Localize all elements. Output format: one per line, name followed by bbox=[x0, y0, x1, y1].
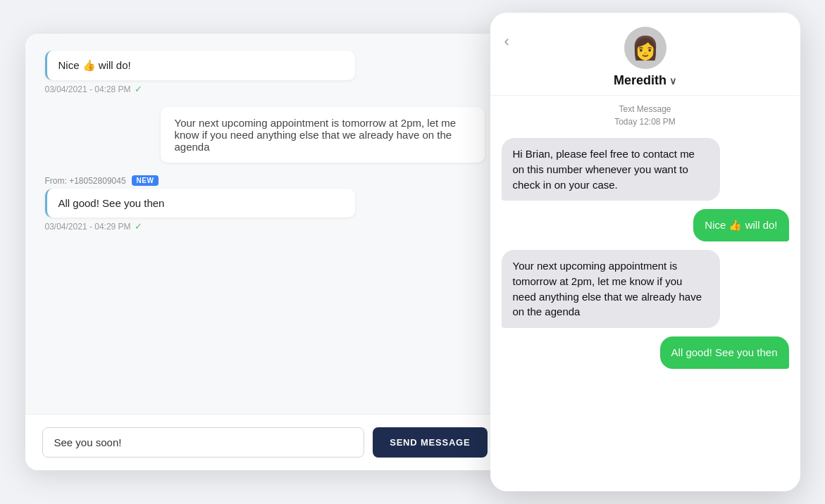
avatar: 👩 bbox=[624, 27, 666, 69]
desktop-message-list: Nice 👍 will do! 03/04/2021 - 04:28 PM ✓ … bbox=[25, 34, 504, 414]
incoming-bubble: Nice 👍 will do! bbox=[45, 51, 355, 80]
outgoing-bubble: Your next upcoming appointment is tomorr… bbox=[161, 107, 485, 163]
mobile-chat-panel: ‹ 👩 Meredith ∨ Text Message Today 12:08 … bbox=[490, 13, 800, 491]
read-checkmark: ✓ bbox=[135, 84, 142, 94]
message-text: Nice 👍 will do! bbox=[58, 59, 131, 71]
message-meta: 03/04/2021 - 04:28 PM ✓ bbox=[45, 84, 485, 94]
message-text: Hi Brian, please feel free to contact me… bbox=[513, 148, 695, 191]
message-text: Your next upcoming appointment is tomorr… bbox=[175, 117, 457, 153]
message-timestamp: 03/04/2021 - 04:28 PM bbox=[45, 84, 131, 94]
message-input[interactable] bbox=[42, 427, 365, 458]
send-button-label: SEND MESSAGE bbox=[390, 437, 470, 448]
list-item: Nice 👍 will do! bbox=[693, 209, 788, 241]
message-text: Your next upcoming appointment is tomorr… bbox=[513, 260, 702, 317]
message-timestamp: 03/04/2021 - 04:29 PM bbox=[45, 222, 131, 232]
message-text: All good! See you then bbox=[58, 197, 165, 209]
from-label: From: +18052809045 NEW bbox=[45, 175, 485, 186]
list-item: Your next upcoming appointment is tomorr… bbox=[502, 250, 720, 328]
list-item: Hi Brian, please feel free to contact me… bbox=[502, 138, 720, 201]
incoming-bubble: All good! See you then bbox=[45, 189, 355, 218]
contact-name-text: Meredith bbox=[614, 73, 666, 88]
message-text: All good! See you then bbox=[671, 346, 778, 358]
message-text: Nice 👍 will do! bbox=[705, 219, 777, 231]
send-message-button[interactable]: SEND MESSAGE bbox=[373, 427, 487, 458]
avatar-emoji: 👩 bbox=[631, 34, 659, 61]
from-number: From: +18052809045 bbox=[45, 176, 126, 186]
channel-name: Text Message bbox=[490, 103, 800, 115]
message-time: Today 12:08 PM bbox=[490, 115, 800, 128]
mobile-message-list: Hi Brian, please feel free to contact me… bbox=[490, 131, 800, 491]
read-checkmark: ✓ bbox=[135, 221, 142, 232]
chevron-down-icon[interactable]: ∨ bbox=[669, 75, 676, 87]
table-row: Nice 👍 will do! 03/04/2021 - 04:28 PM ✓ bbox=[45, 51, 485, 94]
channel-info: Text Message Today 12:08 PM bbox=[490, 96, 800, 131]
contact-name: Meredith ∨ bbox=[614, 73, 676, 88]
back-button[interactable]: ‹ bbox=[504, 32, 509, 51]
table-row: Your next upcoming appointment is tomorr… bbox=[45, 107, 485, 163]
desktop-chat-panel: Nice 👍 will do! 03/04/2021 - 04:28 PM ✓ … bbox=[25, 34, 504, 470]
list-item: All good! See you then bbox=[660, 336, 789, 369]
new-badge: NEW bbox=[132, 175, 159, 186]
mobile-header: ‹ 👩 Meredith ∨ bbox=[490, 13, 800, 96]
message-input-row: SEND MESSAGE bbox=[25, 414, 504, 470]
message-meta: 03/04/2021 - 04:29 PM ✓ bbox=[45, 221, 485, 232]
table-row: From: +18052809045 NEW All good! See you… bbox=[45, 175, 485, 232]
